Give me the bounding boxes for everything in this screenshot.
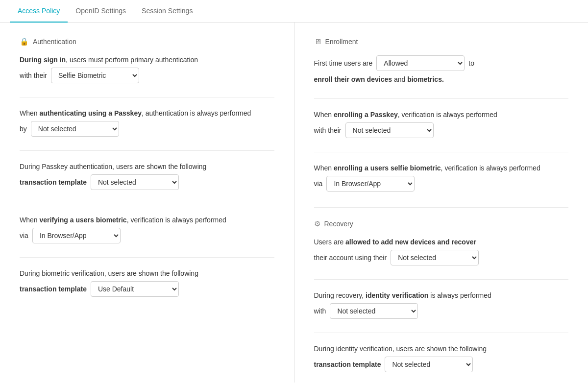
identity-verify-row: with Not selected Biometric PIN <box>314 303 569 319</box>
enrolling-biometric-row: via In Browser/App External Mobile <box>314 176 569 192</box>
divider-7 <box>314 207 569 208</box>
enrolling-biometric-group: When enrolling a users selfie biometric,… <box>314 164 569 192</box>
passkey-auth-group: When authenticating using a Passkey, aut… <box>20 109 274 137</box>
identity-template-group: During identity verification, users are … <box>314 345 569 372</box>
enrolling-passkey-description: When enrolling a Passkey, verification i… <box>314 111 569 119</box>
via-label-1: via <box>20 232 28 240</box>
transaction-template-label-3: transaction template <box>314 360 381 368</box>
authentication-section-title: 🔒 Authentication <box>20 37 274 46</box>
recovery-section: ⚙ Recovery Users are allowed to add new … <box>314 219 569 372</box>
primary-auth-description: During sign in, users must perform prima… <box>20 56 274 64</box>
passkey-auth-row: by Not selected Biometric PIN <box>20 121 274 137</box>
tabs-bar: Access Policy OpenID Settings Session Se… <box>0 0 588 23</box>
identity-template-select[interactable]: Not selected Default Custom <box>385 357 473 372</box>
passkey-auth-description: When authenticating using a Passkey, aut… <box>20 109 274 117</box>
passkey-template-select[interactable]: Not selected Default Custom <box>91 174 179 190</box>
content-area: 🔒 Authentication During sign in, users m… <box>0 23 588 383</box>
divider-4 <box>20 257 274 258</box>
recovery-account-group: Users are allowed to add new devices and… <box>314 238 569 265</box>
transaction-template-label-2: transaction template <box>20 285 87 293</box>
passkey-template-group: During Passkey authentication, users are… <box>20 163 274 190</box>
divider-3 <box>20 204 274 204</box>
right-panel: 🖥 Enrollment First time users are Allowe… <box>294 23 588 383</box>
biometric-template-group: During biometric verification, users are… <box>20 269 274 297</box>
biometric-enroll-select[interactable]: In Browser/App External Mobile <box>326 176 415 192</box>
recovery-account-row: their account using their Not selected B… <box>314 250 569 265</box>
transaction-template-label-1: transaction template <box>20 178 87 186</box>
recovery-account-select[interactable]: Not selected Biometric PIN <box>391 250 479 265</box>
biometric-via-select[interactable]: In Browser/App External Mobile <box>32 228 121 243</box>
primary-auth-row: with their Selfie Biometric Password PIN <box>20 68 274 83</box>
enrolling-passkey-group: When enrolling a Passkey, verification i… <box>314 111 569 138</box>
identity-verify-group: During recovery, identity verification i… <box>314 291 569 319</box>
primary-auth-group: During sign in, users must perform prima… <box>20 56 274 83</box>
recovery-icon: ⚙ <box>314 219 320 228</box>
divider-6 <box>314 152 569 152</box>
passkey-template-row: transaction template Not selected Defaul… <box>20 174 274 190</box>
biometric-verify-description: When verifying a users biometric, verifi… <box>20 216 274 224</box>
enrollment-icon: 🖥 <box>314 37 321 46</box>
biometric-verify-group: When verifying a users biometric, verifi… <box>20 216 274 243</box>
identity-verify-select[interactable]: Not selected Biometric PIN <box>330 303 418 319</box>
primary-auth-select[interactable]: Selfie Biometric Password PIN <box>51 68 139 83</box>
passkey-enroll-select[interactable]: Not selected Biometric PIN <box>345 122 434 138</box>
identity-verify-description: During recovery, identity verification i… <box>314 291 569 299</box>
enrolling-passkey-row: with their Not selected Biometric PIN <box>314 122 569 138</box>
enrollment-section: 🖥 Enrollment First time users are Allowe… <box>314 37 569 192</box>
recovery-section-title: ⚙ Recovery <box>314 219 569 228</box>
recovery-description: Users are allowed to add new devices and… <box>314 238 569 246</box>
divider-2 <box>20 150 274 151</box>
enrollment-section-title: 🖥 Enrollment <box>314 37 569 46</box>
tab-session-settings[interactable]: Session Settings <box>134 0 200 23</box>
first-time-users-row: First time users are Allowed Not Allowed… <box>314 55 569 71</box>
biometric-shown-description: During biometric verification, users are… <box>20 269 274 277</box>
tab-access-policy[interactable]: Access Policy <box>10 0 68 23</box>
left-panel: 🔒 Authentication During sign in, users m… <box>0 23 294 383</box>
first-time-users-select[interactable]: Allowed Not Allowed Required <box>376 55 465 71</box>
lock-icon: 🔒 <box>20 37 29 46</box>
with-their-label-2: with their <box>314 126 342 134</box>
with-label: with <box>314 307 326 315</box>
recovery-account-label: their account using their <box>314 254 387 262</box>
divider-9 <box>314 333 569 333</box>
first-time-users-label: First time users are <box>314 59 373 67</box>
divider-1 <box>20 97 274 97</box>
biometric-template-select[interactable]: Use Default Not selected Custom <box>91 281 179 297</box>
by-label: by <box>20 125 27 133</box>
enrolling-biometric-description: When enrolling a users selfie biometric,… <box>314 164 569 172</box>
passkey-shown-description: During Passkey authentication, users are… <box>20 163 274 170</box>
first-time-users-group: First time users are Allowed Not Allowed… <box>314 55 569 85</box>
enroll-devices-text: enroll their own devices and biometrics. <box>314 74 569 85</box>
with-their-label: with their <box>20 72 47 79</box>
divider-5 <box>314 98 569 99</box>
passkey-auth-select[interactable]: Not selected Biometric PIN <box>31 121 119 137</box>
divider-8 <box>314 279 569 280</box>
biometric-via-row: via In Browser/App External Mobile <box>20 228 274 243</box>
via-label-2: via <box>314 180 323 188</box>
identity-shown-description: During identity verification, users are … <box>314 345 569 353</box>
identity-template-row: transaction template Not selected Defaul… <box>314 357 569 372</box>
tab-openid-settings[interactable]: OpenID Settings <box>68 0 134 23</box>
biometric-template-row: transaction template Use Default Not sel… <box>20 281 274 297</box>
to-label: to <box>468 59 474 67</box>
